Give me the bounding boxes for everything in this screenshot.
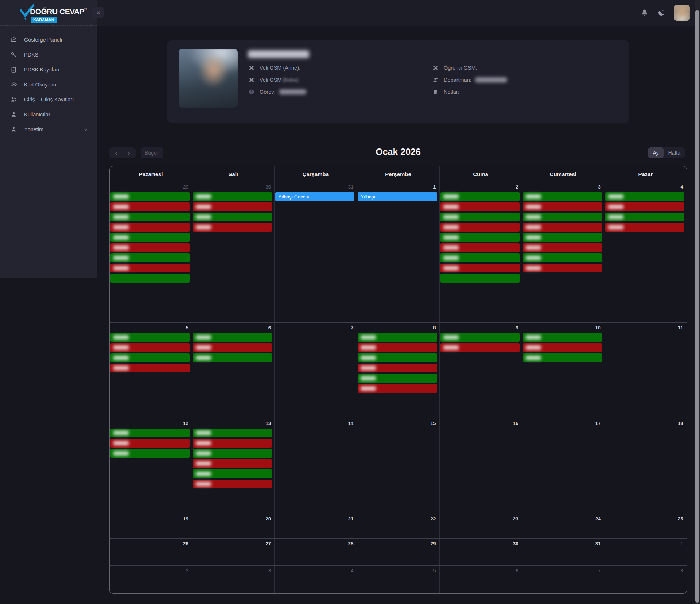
- day-cell[interactable]: 8: [604, 566, 687, 594]
- sidebar-item-kullan-c-lar[interactable]: Kullanıcılar: [0, 107, 97, 122]
- day-cell[interactable]: 26: [110, 539, 192, 565]
- day-cell[interactable]: 29: [357, 539, 439, 565]
- day-cell[interactable]: 4: [275, 566, 357, 594]
- next-month-button[interactable]: ›: [122, 147, 136, 158]
- attendance-event-red[interactable]: [358, 343, 437, 352]
- day-cell[interactable]: 3: [522, 182, 604, 322]
- day-cell[interactable]: 4: [604, 182, 687, 322]
- attendance-event-red[interactable]: [358, 364, 437, 372]
- day-cell[interactable]: 29: [110, 182, 192, 322]
- sidebar-item-pdsk-kay-tlar-[interactable]: PDSK Kayıtları: [0, 62, 97, 77]
- attendance-event-green[interactable]: [440, 274, 520, 283]
- attendance-event-green[interactable]: [110, 429, 190, 437]
- day-cell[interactable]: 18: [604, 418, 687, 514]
- attendance-event-red[interactable]: [193, 480, 272, 488]
- attendance-event-red[interactable]: [193, 459, 272, 468]
- attendance-event-red[interactable]: [193, 223, 272, 232]
- week-view-button[interactable]: Hafta: [664, 147, 685, 158]
- holiday-event[interactable]: Yılbaşı Gecesi: [275, 192, 354, 201]
- day-cell[interactable]: 7: [522, 566, 604, 594]
- attendance-event-red[interactable]: [523, 223, 602, 232]
- attendance-event-green[interactable]: [358, 353, 437, 362]
- attendance-event-red[interactable]: [523, 343, 602, 352]
- attendance-event-green[interactable]: [523, 333, 602, 342]
- attendance-event-red[interactable]: [358, 384, 437, 393]
- attendance-event-red[interactable]: [440, 343, 520, 352]
- attendance-event-red[interactable]: [193, 343, 272, 352]
- day-cell[interactable]: 19: [110, 514, 192, 538]
- day-cell[interactable]: 5: [110, 323, 192, 418]
- attendance-event-green[interactable]: [358, 374, 437, 383]
- attendance-event-red[interactable]: [110, 243, 190, 252]
- attendance-event-green[interactable]: [193, 192, 272, 201]
- attendance-event-green[interactable]: [110, 253, 190, 262]
- attendance-event-green[interactable]: [193, 213, 272, 221]
- day-cell[interactable]: 1: [604, 539, 687, 565]
- attendance-event-red[interactable]: [523, 243, 602, 252]
- attendance-event-red[interactable]: [440, 243, 520, 252]
- attendance-event-green[interactable]: [440, 253, 520, 262]
- day-cell[interactable]: 30: [192, 182, 275, 322]
- attendance-event-green[interactable]: [605, 213, 684, 221]
- attendance-event-red[interactable]: [605, 223, 684, 232]
- bell-icon[interactable]: [640, 8, 649, 17]
- day-cell[interactable]: 5: [357, 566, 439, 594]
- attendance-event-green[interactable]: [440, 213, 520, 221]
- day-cell[interactable]: 8: [357, 323, 439, 418]
- attendance-event-red[interactable]: [193, 202, 272, 211]
- day-cell[interactable]: 13: [192, 418, 275, 514]
- day-cell[interactable]: 7: [275, 323, 357, 418]
- prev-month-button[interactable]: ‹: [109, 147, 122, 158]
- attendance-event-green[interactable]: [110, 333, 190, 342]
- attendance-event-green[interactable]: [193, 449, 272, 458]
- day-cell[interactable]: 2: [110, 566, 192, 594]
- day-cell[interactable]: 31: [522, 539, 604, 565]
- day-cell[interactable]: 1Yılbaşı: [357, 182, 439, 322]
- scrollbar-thumb[interactable]: [695, 10, 699, 603]
- today-button[interactable]: Bugün: [141, 147, 163, 158]
- holiday-event[interactable]: Yılbaşı: [358, 192, 437, 201]
- day-cell[interactable]: 6: [192, 323, 275, 418]
- sidebar-item-g-sterge-paneli[interactable]: Gösterge Paneli: [0, 32, 97, 47]
- attendance-event-green[interactable]: [358, 333, 437, 342]
- day-cell[interactable]: 23: [440, 514, 522, 538]
- attendance-event-green[interactable]: [523, 192, 602, 201]
- attendance-event-red[interactable]: [440, 264, 520, 272]
- month-view-button[interactable]: Ay: [648, 147, 663, 158]
- day-cell[interactable]: 6: [440, 566, 522, 594]
- day-cell[interactable]: 30: [440, 539, 522, 565]
- attendance-event-green[interactable]: [523, 353, 602, 362]
- sidebar-collapse-button[interactable]: «: [92, 7, 104, 18]
- day-cell[interactable]: 25: [604, 514, 687, 538]
- attendance-event-red[interactable]: [523, 264, 602, 272]
- day-cell[interactable]: 2: [440, 182, 522, 322]
- attendance-event-green[interactable]: [193, 429, 272, 437]
- sidebar-item-y-netim[interactable]: Yönetim: [0, 122, 97, 137]
- attendance-event-red[interactable]: [440, 223, 520, 232]
- attendance-event-red[interactable]: [440, 202, 520, 211]
- attendance-event-red[interactable]: [605, 202, 684, 211]
- attendance-event-green[interactable]: [523, 253, 602, 262]
- day-cell[interactable]: 22: [357, 514, 439, 538]
- day-cell[interactable]: 27: [192, 539, 275, 565]
- sidebar-item-giri-k-kay-tlar-[interactable]: Giriş – Çıkış Kayıtları: [0, 92, 97, 107]
- day-cell[interactable]: 3: [192, 566, 275, 594]
- attendance-event-red[interactable]: [110, 202, 190, 211]
- attendance-event-red[interactable]: [523, 202, 602, 211]
- attendance-event-green[interactable]: [193, 469, 272, 478]
- day-cell[interactable]: 20: [192, 514, 275, 538]
- attendance-event-green[interactable]: [440, 333, 520, 342]
- day-cell[interactable]: 24: [522, 514, 604, 538]
- day-cell[interactable]: 15: [357, 418, 439, 514]
- attendance-event-green[interactable]: [110, 233, 190, 242]
- day-cell[interactable]: 16: [440, 418, 522, 514]
- attendance-event-green[interactable]: [605, 192, 684, 201]
- day-cell[interactable]: 9: [440, 323, 522, 418]
- attendance-event-green[interactable]: [523, 233, 602, 242]
- attendance-event-red[interactable]: [110, 223, 190, 232]
- attendance-event-red[interactable]: [110, 264, 190, 272]
- day-cell[interactable]: 17: [522, 418, 604, 514]
- attendance-event-green[interactable]: [110, 274, 190, 283]
- attendance-event-red[interactable]: [110, 439, 190, 448]
- attendance-event-green[interactable]: [440, 233, 520, 242]
